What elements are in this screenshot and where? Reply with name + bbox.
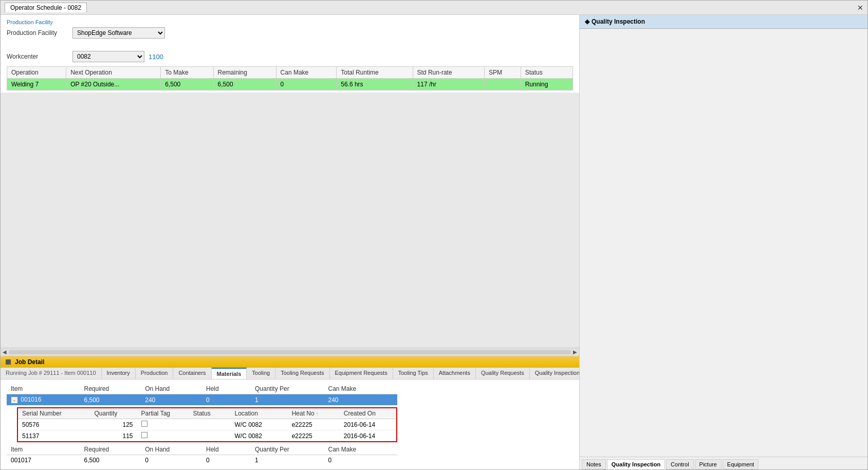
tab-containers[interactable]: Containers <box>173 368 211 379</box>
production-facility-label: Production Facility <box>7 29 68 37</box>
scroll-area <box>1 93 579 348</box>
mat-cell-can-make-2: 0 <box>324 455 398 466</box>
production-facility-select[interactable]: ShopEdge Software <box>72 27 165 39</box>
title-tab[interactable]: Operator Schedule - 0082 <box>5 3 87 12</box>
mat-col-can-make-2: Can Make <box>324 444 398 455</box>
sub-table-row[interactable]: 51137 115 W/C 0082 e22225 2016-06-14 <box>17 430 397 442</box>
tab-inventory[interactable]: Inventory <box>102 368 136 379</box>
right-tab-quality-inspection[interactable]: Quality Inspection <box>607 459 665 469</box>
sub-cell-qty-2: 115 <box>90 430 137 442</box>
mat-col-on-hand-2: On Hand <box>141 444 202 455</box>
mat-col-item-2: Item <box>7 444 80 455</box>
sub-cell-partial-tag-1 <box>137 419 189 430</box>
materials-table-header: Item Required On Hand Held Quantity Per … <box>7 384 397 405</box>
production-facility-section: Production Facility Production Facility … <box>1 15 579 47</box>
sub-cell-partial-tag-2 <box>137 430 189 442</box>
mat-cell-held-2: 0 <box>202 455 251 466</box>
title-bar: Operator Schedule - 0082 ✕ <box>1 1 867 15</box>
sub-cell-serial-2: 51137 <box>17 430 90 442</box>
quality-inspection-icon: ◈ <box>585 18 589 25</box>
scroll-left-arrow[interactable]: ◀ <box>3 349 7 355</box>
top-section: Production Facility Production Facility … <box>1 15 579 93</box>
horizontal-scrollbar[interactable]: ◀ ▶ <box>1 348 579 356</box>
mat-cell-required-2: 6,500 <box>80 455 141 466</box>
production-facility-row: Production Facility ShopEdge Software <box>7 27 573 39</box>
workcenter-label: Workcenter <box>7 53 68 60</box>
tab-running-job[interactable]: Running Job # 29111 - Item 000110 <box>1 368 102 379</box>
materials-header-row-2: Item Required On Hand Held Quantity Per … <box>7 444 397 455</box>
tab-tooling-tips[interactable]: Tooling Tips <box>393 368 434 379</box>
workcenter-number: 1100 <box>149 53 163 61</box>
col-can-make: Can Make <box>276 67 337 79</box>
cell-std-run-rate: 117 /hr <box>413 79 485 91</box>
mat-cell-on-hand-2: 0 <box>141 455 202 466</box>
col-spm: SPM <box>485 67 521 79</box>
materials-row-selected[interactable]: - 001016 6,500 240 0 1 240 <box>7 394 397 405</box>
mat-col-required: Required <box>80 384 141 394</box>
scroll-right-arrow[interactable]: ▶ <box>573 349 577 355</box>
scroll-track[interactable] <box>9 350 571 354</box>
mat-cell-on-hand: 240 <box>141 394 202 405</box>
tab-materials[interactable]: Materials <box>212 368 247 379</box>
sub-table-row[interactable]: 50576 125 W/C 0082 e22225 2016-06-14 <box>17 419 397 430</box>
job-detail-title: Job Detail <box>15 358 44 366</box>
workcenter-select[interactable]: 0082 <box>72 51 144 62</box>
tab-tooling[interactable]: Tooling <box>247 368 275 379</box>
mat-cell-item-2: 001017 <box>7 455 80 466</box>
close-button[interactable]: ✕ <box>857 4 863 12</box>
main-window: Operator Schedule - 0082 ✕ Production Fa… <box>0 0 868 470</box>
materials-header-row: Item Required On Hand Held Quantity Per … <box>7 384 397 394</box>
cell-to-make: 6,500 <box>161 79 213 91</box>
tab-quality-requests[interactable]: Quality Requests <box>476 368 530 379</box>
partial-tag-checkbox-1[interactable] <box>141 421 147 427</box>
operations-header-row: Operation Next Operation To Make Remaini… <box>7 67 573 79</box>
sub-col-serial-number: Serial Number <box>17 408 90 419</box>
sub-cell-status-2 <box>189 430 231 442</box>
mat-cell-can-make: 240 <box>324 394 398 405</box>
sub-col-status: Status <box>189 408 231 419</box>
tab-production[interactable]: Production <box>136 368 174 379</box>
tab-quality-inspection-charts[interactable]: Quality Inspection Charts <box>530 368 579 379</box>
tab-tooling-requests[interactable]: Tooling Requests <box>275 368 329 379</box>
right-panel: ◈ Quality Inspection Notes Quality Inspe… <box>580 15 867 469</box>
partial-tag-checkbox-2[interactable] <box>141 432 147 438</box>
tabs-row: Running Job # 29111 - Item 000110 Invent… <box>1 368 579 379</box>
cell-status: Running <box>521 79 572 91</box>
right-tab-equipment[interactable]: Equipment <box>723 459 759 469</box>
right-panel-title: ◈ Quality Inspection <box>580 15 867 29</box>
col-next-operation: Next Operation <box>66 67 161 79</box>
main-content: Production Facility Production Facility … <box>1 15 867 469</box>
mat-col-held-2: Held <box>202 444 251 455</box>
sub-table-wrapper: Serial Number Quantity Partial Tag Statu… <box>7 405 573 444</box>
job-detail-bar: Job Detail <box>1 356 579 368</box>
sub-col-partial-tag: Partial Tag <box>137 408 189 419</box>
bottom-section: Running Job # 29111 - Item 000110 Invent… <box>1 368 579 469</box>
operations-table: Operation Next Operation To Make Remaini… <box>7 66 573 91</box>
mat-col-can-make: Can Make <box>324 384 398 394</box>
mat-col-item: Item <box>7 384 80 394</box>
workcenter-row: Workcenter 0082 1100 <box>1 47 579 66</box>
sub-cell-created-on-2: 2016-06-14 <box>340 430 397 442</box>
col-operation: Operation <box>7 67 66 79</box>
mat-cell-required: 6,500 <box>80 394 141 405</box>
right-tab-picture[interactable]: Picture <box>695 459 722 469</box>
col-total-runtime: Total Runtime <box>337 67 413 79</box>
right-tab-notes[interactable]: Notes <box>582 459 606 469</box>
sub-cell-serial-1: 50576 <box>17 419 90 430</box>
mat-cell-item-selected: - 001016 <box>7 394 80 405</box>
right-panel-tabs: Notes Quality Inspection Control Picture… <box>580 457 867 469</box>
mat-col-qty-per-2: Quantity Per <box>251 444 324 455</box>
sub-cell-status-1 <box>189 419 231 430</box>
table-row[interactable]: Welding 7 OP #20 Outside... 6,500 6,500 … <box>7 79 573 91</box>
right-tab-control[interactable]: Control <box>666 459 693 469</box>
tab-equipment-requests[interactable]: Equipment Requests <box>330 368 393 379</box>
cell-remaining: 6,500 <box>213 79 276 91</box>
cell-next-operation: OP #20 Outside... <box>66 79 161 91</box>
expand-icon[interactable]: - <box>11 396 18 404</box>
sub-cell-location-1: W/C 0082 <box>230 419 287 430</box>
materials-row-2[interactable]: 001017 6,500 0 0 1 0 <box>7 455 397 466</box>
sub-cell-heat-no-2: e22225 <box>288 430 340 442</box>
cell-total-runtime: 56.6 hrs <box>337 79 413 91</box>
tab-attachments[interactable]: Attachments <box>434 368 476 379</box>
sub-table-header-row: Serial Number Quantity Partial Tag Statu… <box>17 408 397 419</box>
